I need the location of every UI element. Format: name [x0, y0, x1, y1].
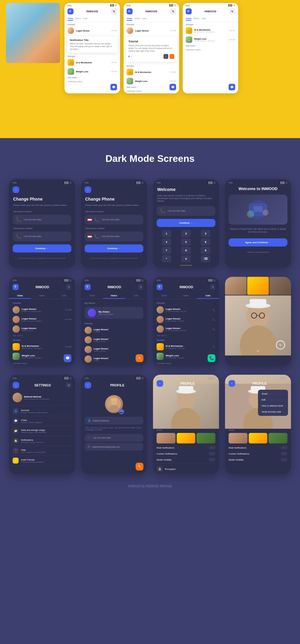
profile-edit-fab[interactable]: ✎	[136, 463, 143, 470]
settings-help[interactable]: ❓ Help FAQ, contact us, privacy policy	[9, 446, 75, 456]
group-item-3b[interactable]: 💪 Weight Loss David Thomas - Jul Got d..…	[183, 35, 238, 44]
tab-chats-3[interactable]: Chats	[186, 17, 191, 21]
dp-fs-2[interactable]: Logan Nesser Today, 8:40 pm	[81, 335, 147, 345]
old-phone-input-2[interactable]: 📞 +91 870 029 2081	[85, 215, 143, 225]
dp-see-more-calls[interactable]: See more ›	[153, 334, 219, 337]
dp-friend-2[interactable]: Logan Nesser Haha! You are so great in..…	[9, 315, 75, 324]
key-9[interactable]: 9	[201, 247, 210, 254]
friend-item-2[interactable]: Logan Nesser 7:20 AM	[124, 26, 179, 35]
media-toggle-switch[interactable]	[209, 458, 215, 461]
old-phone-input-1[interactable]: 📞 +91 870 029 2081	[13, 215, 71, 225]
custom-switch-pm[interactable]	[281, 452, 287, 455]
tab-calls-dc[interactable]: Calls	[53, 293, 75, 299]
settings-account[interactable]: 👤 Account Privacy, Security, change numb…	[9, 406, 75, 416]
back-btn-settings[interactable]: ‹	[13, 382, 19, 389]
tab-calls-ds[interactable]: Calls	[125, 293, 147, 299]
group-item-1[interactable]: 🤖 AI & Mechanism 7:30 AM	[64, 58, 120, 67]
new-phone-input-1[interactable]: 📞 +91 870 029 2081	[13, 231, 71, 241]
tab-status-dc2[interactable]: Status	[175, 293, 197, 299]
tab-calls-2[interactable]: Calls	[142, 17, 147, 21]
mute-switch-pm[interactable]	[281, 446, 287, 449]
tab-status-2[interactable]: Status	[134, 17, 140, 21]
back-btn-1[interactable]: ‹	[13, 186, 19, 193]
rotate-btn[interactable]: ↻	[276, 340, 285, 349]
dp-call-f3[interactable]: Logan Nesser 12 12 December, 1:04 pm 📞	[153, 324, 219, 334]
continue-btn-3[interactable]: Continue →	[157, 219, 215, 227]
menu-share[interactable]: Share	[258, 391, 288, 397]
dp-call-f2[interactable]: Logan Nesser 12 December, 3:25 pm 📞	[153, 315, 219, 324]
agree-btn[interactable]: Agree and Continue →	[229, 238, 287, 246]
fab-chat-1[interactable]: 💬	[110, 84, 117, 90]
see-more-3[interactable]: See more ›	[183, 44, 238, 47]
edit-icon-calls[interactable]: ✎	[210, 284, 215, 290]
more-options-icon[interactable]: ⋮	[212, 381, 215, 385]
custom-toggle-switch[interactable]	[209, 452, 215, 455]
edit-icon-status[interactable]: ✎	[138, 284, 143, 290]
group-item-2[interactable]: 💪 Weight Loss 7:25 AM	[64, 67, 120, 76]
tab-status-ds[interactable]: Status	[103, 293, 125, 299]
dp-friend-3[interactable]: Logan Nesser See you in LA!	[9, 324, 75, 334]
menu-address-book[interactable]: View in address book	[258, 403, 288, 409]
tab-status-1[interactable]: Status	[75, 17, 81, 21]
back-btn-2[interactable]: ‹	[85, 186, 91, 193]
tab-chats-ds[interactable]: Chats	[81, 293, 103, 299]
key-6[interactable]: 6	[201, 238, 210, 246]
dp-fs-3[interactable]: Logan Nesser Today, 3:19 pm	[81, 345, 147, 354]
settings-invite[interactable]: ⭐ Invite Friends Invite your friends to …	[9, 456, 75, 466]
dp-friend-1[interactable]: Logan Nesser Ready cuz I need to hea... …	[9, 305, 75, 315]
key-3[interactable]: 3	[201, 230, 210, 237]
profile-email-field[interactable]: ✉ matloobmehrab@gmail.com	[85, 443, 143, 451]
dp-settings-profile[interactable]: Matloob Mehrab Isn't it strange that we …	[9, 390, 75, 405]
chevron-down-icon[interactable]: ⌄	[256, 348, 260, 352]
see-more-1[interactable]: See more ›	[64, 76, 120, 79]
continue-btn-1[interactable]: Continue →	[13, 244, 71, 252]
key-5[interactable]: 5	[181, 238, 191, 246]
tab-calls-dc2[interactable]: Calls	[197, 293, 219, 299]
tab-chats-2[interactable]: Chats	[127, 17, 132, 21]
mute-toggle-switch[interactable]	[209, 446, 215, 449]
dp-fs-1[interactable]: Logan Nesser 7:28 AM	[81, 325, 147, 335]
key-7[interactable]: 7	[162, 247, 171, 254]
edit-icon-chats[interactable]: ✎	[66, 284, 71, 290]
group-item-t1[interactable]: 🤖 AI & Mechanism 7:30 AM	[124, 68, 179, 77]
back-btn-pv[interactable]: ‹	[157, 380, 163, 387]
dp-call-g1[interactable]: AI & Mechanism 12 December, 12:46 pm 📞	[153, 342, 219, 352]
tutorial-next[interactable]: ›	[170, 54, 174, 59]
tab-chats-dc2[interactable]: Chats	[153, 293, 175, 299]
menu-edit[interactable]: Edit	[258, 397, 288, 403]
settings-menu-icon[interactable]: ⊞	[66, 382, 71, 388]
tab-status-dc[interactable]: Status	[31, 293, 53, 299]
dp-fab-edit[interactable]: ✎	[136, 354, 143, 362]
search-icon-chats[interactable]: 🔍	[13, 284, 19, 290]
settings-notifications[interactable]: 🔔 Notifications Message, group & call to…	[9, 436, 75, 446]
group-item-3a[interactable]: 🤖 AI & Mechanism Albert Dunce - Hey Ever…	[183, 26, 238, 35]
fab-chat-3[interactable]: 💬	[229, 84, 235, 90]
tab-chats-dc[interactable]: Chats	[9, 293, 31, 299]
settings-chats[interactable]: 💬 Chats Backup, Theme, wallpaper	[9, 416, 75, 426]
new-phone-input-2[interactable]: 📞 +91 870 029 2081	[85, 231, 143, 241]
profile-name-field[interactable]: 👤 Matloob Mehrab	[85, 417, 143, 425]
key-0[interactable]: 0	[181, 255, 191, 262]
key-2[interactable]: 2	[181, 230, 191, 237]
back-btn-profile[interactable]: ‹	[85, 382, 91, 389]
key-1[interactable]: 1	[162, 230, 171, 237]
menu-verify[interactable]: Verify security code	[258, 409, 288, 415]
more-options-icon-pm[interactable]: ⋮	[284, 381, 287, 385]
dp-call-f1[interactable]: Logan Nesser 12 12 December, 1:32 pm 📞	[153, 305, 219, 315]
key-4[interactable]: 4	[162, 238, 171, 246]
back-btn-pm[interactable]: ‹	[229, 380, 235, 387]
dp-group-c1[interactable]: AI & Mechanism Albert Dunce - Hey Every.…	[9, 342, 75, 352]
dp-fab-call[interactable]: 📞	[208, 354, 215, 362]
dp-see-more-c[interactable]: See more ›	[9, 334, 75, 337]
tab-calls-3[interactable]: Calls	[201, 17, 206, 21]
tab-status-3[interactable]: Status	[193, 17, 199, 21]
tutorial-prev[interactable]: ‹	[164, 54, 168, 59]
tab-chats-1[interactable]: Chats	[68, 17, 73, 21]
settings-data[interactable]: 📁 Data and storage usage Network usage, …	[9, 426, 75, 436]
profile-phone-field[interactable]: 📞 +91 870 029 2081	[85, 434, 143, 442]
camera-icon[interactable]: 📷	[119, 409, 124, 414]
phone-input-3[interactable]: 📞 +91 870 029 2081	[157, 206, 215, 216]
search-icon-status[interactable]: 🔍	[85, 284, 91, 290]
key-hash[interactable]: ⌫	[201, 255, 210, 262]
status-card[interactable]: My Status Tap to add status	[85, 307, 143, 319]
